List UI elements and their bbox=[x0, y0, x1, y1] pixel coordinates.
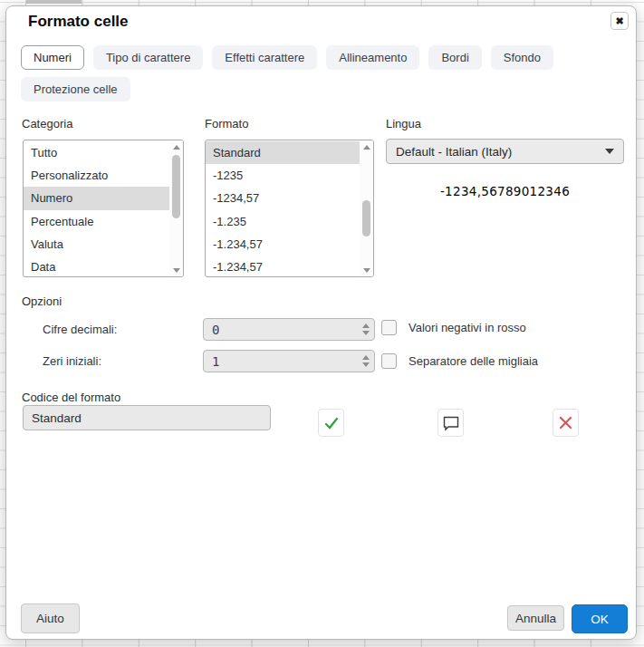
spin-down-icon[interactable] bbox=[362, 331, 370, 335]
format-code-label: Codice del formato bbox=[22, 391, 120, 404]
format-listbox: Standard -1235 -1234,57 -1.235 -1.234,57… bbox=[205, 140, 374, 277]
tab-tipo-di-carattere[interactable]: Tipo di carattere bbox=[93, 45, 203, 70]
ok-button[interactable]: OK bbox=[572, 604, 628, 633]
category-item-personalizzato[interactable]: Personalizzato bbox=[24, 164, 169, 187]
scrollbar-thumb[interactable] bbox=[172, 155, 180, 218]
spin-down-icon[interactable] bbox=[362, 362, 370, 367]
tab-strip: Numeri Tipo di carattere Effetti caratte… bbox=[21, 45, 610, 101]
format-item[interactable]: -1235 bbox=[206, 164, 360, 187]
tab-sfondo[interactable]: Sfondo bbox=[491, 45, 553, 70]
help-button[interactable]: Aiuto bbox=[21, 604, 80, 633]
leading-zeroes-input[interactable]: 1 bbox=[203, 350, 375, 372]
scroll-down-icon[interactable] bbox=[169, 264, 183, 276]
tab-bordi[interactable]: Bordi bbox=[428, 45, 481, 70]
category-item-tutto[interactable]: Tutto bbox=[24, 141, 169, 164]
scroll-down-icon[interactable] bbox=[360, 264, 373, 276]
decimal-places-value: 0 bbox=[212, 323, 219, 337]
category-listbox: Tutto Personalizzato Numero Percentuale … bbox=[23, 140, 184, 277]
negative-red-label: Valori negativi in rosso bbox=[409, 320, 526, 335]
chevron-down-icon bbox=[605, 149, 614, 154]
tab-effetti-carattere[interactable]: Effetti carattere bbox=[212, 45, 317, 70]
leading-zeroes-value: 1 bbox=[212, 354, 219, 369]
options-label: Opzioni bbox=[22, 295, 62, 308]
scrollbar-thumb[interactable] bbox=[362, 200, 370, 237]
thousands-separator-label: Separatore delle migliaia bbox=[409, 353, 538, 369]
language-value: Default - Italian (Italy) bbox=[396, 145, 512, 159]
tab-protezione-celle[interactable]: Protezione celle bbox=[21, 77, 130, 101]
category-item-numero[interactable]: Numero bbox=[24, 187, 183, 209]
category-scrollbar[interactable] bbox=[169, 140, 183, 276]
category-item-valuta[interactable]: Valuta bbox=[24, 233, 169, 256]
scroll-up-icon[interactable] bbox=[169, 140, 183, 153]
format-preview: -1234,56789012346 bbox=[386, 184, 624, 198]
close-icon: ✖ bbox=[615, 15, 623, 27]
spin-up-icon[interactable] bbox=[362, 355, 370, 360]
format-code-value: Standard bbox=[32, 411, 82, 425]
format-label: Formato bbox=[205, 117, 248, 130]
spreadsheet-column-header bbox=[26, 0, 82, 4]
spin-up-icon[interactable] bbox=[362, 324, 370, 328]
remove-format-button[interactable] bbox=[553, 409, 579, 437]
add-format-button[interactable] bbox=[318, 409, 344, 437]
language-label: Lingua bbox=[386, 117, 421, 130]
tab-allineamento[interactable]: Allineamento bbox=[326, 45, 419, 70]
format-item[interactable]: -1.234,57 bbox=[206, 233, 360, 256]
category-item-data[interactable]: Data bbox=[24, 256, 169, 277]
format-code-input[interactable]: Standard bbox=[23, 405, 271, 430]
format-scrollbar[interactable] bbox=[360, 140, 373, 276]
check-icon bbox=[322, 414, 341, 432]
format-list: Standard -1235 -1234,57 -1.235 -1.234,57… bbox=[206, 141, 360, 276]
category-list: Tutto Personalizzato Numero Percentuale … bbox=[24, 141, 169, 276]
x-icon bbox=[558, 415, 573, 430]
format-item-standard[interactable]: Standard bbox=[206, 141, 373, 164]
category-label: Categoria bbox=[22, 117, 72, 130]
format-item[interactable]: -1.235 bbox=[206, 210, 360, 233]
decimal-places-input[interactable]: 0 bbox=[203, 318, 375, 341]
comment-icon bbox=[442, 415, 460, 431]
format-item[interactable]: -1.234,57 bbox=[206, 256, 360, 277]
thousands-separator-checkbox[interactable] bbox=[381, 353, 397, 369]
format-item[interactable]: -1234,57 bbox=[206, 187, 360, 209]
format-cells-dialog: Formato celle ✖ Numeri Tipo di carattere… bbox=[5, 5, 637, 640]
category-item-percentuale[interactable]: Percentuale bbox=[24, 210, 169, 233]
scroll-up-icon[interactable] bbox=[360, 140, 373, 153]
decimal-places-label: Cifre decimali: bbox=[43, 318, 117, 341]
close-button[interactable]: ✖ bbox=[610, 12, 629, 30]
language-select[interactable]: Default - Italian (Italy) bbox=[386, 139, 624, 164]
edit-comment-button[interactable] bbox=[437, 409, 464, 437]
tab-numeri[interactable]: Numeri bbox=[21, 45, 84, 70]
cancel-button[interactable]: Annulla bbox=[507, 605, 564, 631]
leading-zeroes-label: Zeri iniziali: bbox=[43, 350, 101, 372]
dialog-title: Formato celle bbox=[28, 13, 129, 31]
negative-red-checkbox[interactable] bbox=[381, 320, 397, 335]
